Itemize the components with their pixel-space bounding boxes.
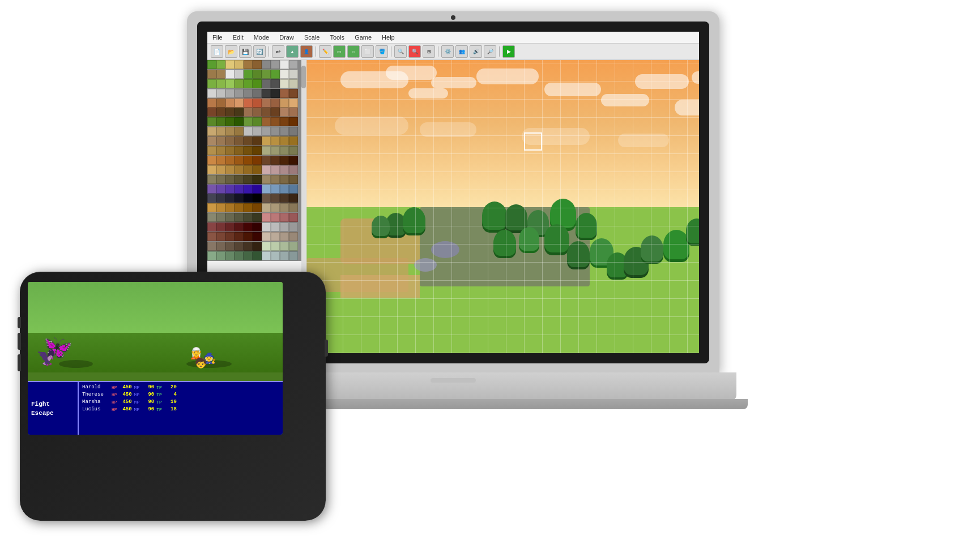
char-name-lucius: Lucius	[82, 406, 109, 412]
shadow-enemy	[59, 360, 93, 368]
battle-stats: Harold HP 450 MP 90 TP 20 Therese HP 450…	[79, 382, 283, 435]
toolbar-search[interactable]: 🔎	[484, 45, 496, 58]
toolbar-save[interactable]: 💾	[239, 45, 252, 58]
toolbar-undo[interactable]: ↩	[272, 45, 284, 58]
menu-scale[interactable]: Scale	[302, 33, 322, 41]
game-background: 🦋 🦅 🧝 🧙 🧒	[28, 282, 283, 372]
toolbar-refresh[interactable]: 🔄	[253, 45, 266, 58]
hp-value-marsha: 450	[120, 399, 132, 405]
map-cursor	[524, 132, 542, 151]
toolbar-circle[interactable]: ○	[347, 45, 360, 58]
hp-label-lucius: HP	[112, 407, 117, 412]
toolbar-zoom-out[interactable]: 🔍	[408, 45, 421, 58]
mp-label-therese: MP	[134, 392, 140, 397]
palette-scrollbar[interactable]	[301, 60, 306, 303]
toolbar-sep-3	[391, 46, 391, 57]
char-name-harold: Harold	[82, 384, 109, 390]
toolbar-sep-4	[438, 46, 438, 57]
toolbar-fill[interactable]: 🪣	[376, 45, 388, 58]
battle-menu-fight[interactable]: Fight	[31, 401, 74, 408]
toolbar-mountain[interactable]: ▲	[286, 45, 299, 58]
toolbar-sound[interactable]: 🔊	[470, 45, 482, 58]
toolbar-open[interactable]: 📂	[225, 45, 237, 58]
tp-label-harold: TP	[156, 385, 162, 390]
toolbar-settings[interactable]: ⚙️	[441, 45, 454, 58]
map-canvas[interactable]	[306, 60, 699, 353]
tile-palette	[207, 60, 306, 303]
menu-mode[interactable]: Mode	[252, 33, 271, 41]
toolbar-rect[interactable]: ▭	[333, 45, 346, 58]
mp-value-lucius: 90	[142, 406, 154, 412]
stat-row-marsha: Marsha HP 450 MP 90 TP 19	[82, 399, 279, 405]
menu-file[interactable]: File	[211, 33, 224, 41]
menu-edit[interactable]: Edit	[231, 33, 245, 41]
menu-draw[interactable]: Draw	[278, 33, 296, 41]
stat-row-lucius: Lucius HP 450 MP 90 TP 18	[82, 406, 279, 412]
hp-value-therese: 450	[120, 392, 132, 397]
tp-value-marsha: 19	[164, 399, 177, 405]
mp-value-marsha: 90	[142, 399, 154, 405]
tp-value-harold: 20	[164, 384, 177, 390]
tp-value-lucius: 18	[164, 406, 177, 412]
toolbar-character[interactable]: 👥	[455, 45, 468, 58]
phone-button-power[interactable]	[18, 317, 21, 328]
hp-value-harold: 450	[120, 384, 132, 390]
phone: 🦋 🦅 🧝 🧙 🧒 Fight Escape Harold HP	[20, 272, 326, 521]
laptop-camera	[451, 15, 455, 20]
hp-label-marsha: HP	[112, 400, 117, 405]
menu-game[interactable]: Game	[353, 33, 373, 41]
enemy-sprite-2: 🦅	[36, 348, 56, 367]
mp-label-lucius: MP	[134, 407, 140, 412]
tp-label-therese: TP	[156, 392, 162, 397]
char-marsha: 🧒	[195, 357, 207, 369]
mp-value-therese: 90	[142, 392, 154, 397]
battle-menu: Fight Escape	[28, 382, 79, 435]
toolbar-sep-1	[269, 46, 269, 57]
char-name-marsha: Marsha	[82, 399, 109, 405]
char-name-therese: Therese	[82, 392, 109, 397]
tp-label-marsha: TP	[156, 400, 162, 405]
hp-label-harold: HP	[112, 385, 117, 390]
menu-tools[interactable]: Tools	[328, 33, 346, 41]
mp-value-harold: 90	[142, 384, 154, 390]
mp-label-marsha: MP	[134, 400, 140, 405]
tp-value-therese: 4	[164, 392, 177, 397]
toolbar-pencil[interactable]: ✏️	[319, 45, 331, 58]
battle-menu-escape[interactable]: Escape	[31, 410, 74, 417]
toolbar-person[interactable]: 👤	[300, 45, 313, 58]
tp-label-lucius: TP	[156, 407, 162, 412]
toolbar-sep-5	[499, 46, 500, 57]
toolbar-zoom-fit[interactable]: ⊞	[423, 45, 435, 58]
hp-label-therese: HP	[112, 392, 117, 397]
toolbar-sep-2	[316, 46, 316, 57]
mp-label-harold: MP	[134, 385, 140, 390]
toolbar-play[interactable]: ▶	[502, 45, 515, 58]
menu-bar: File Edit Mode Draw Scale Tools Game Hel…	[207, 32, 699, 44]
menu-help[interactable]: Help	[380, 33, 397, 41]
hp-value-lucius: 450	[120, 406, 132, 412]
toolbar-zoom-in[interactable]: 🔍	[394, 45, 407, 58]
toolbar-new[interactable]: 📄	[211, 45, 223, 58]
phone-button-vol-up[interactable]	[18, 333, 21, 350]
map-grid	[306, 60, 699, 353]
toolbar: 📄 📂 💾 🔄 ↩ ▲ 👤 ✏️ ▭ ○ ⬜ 🪣 🔍 🔍	[207, 44, 699, 60]
phone-button-right[interactable]	[325, 340, 328, 357]
phone-screen: 🦋 🦅 🧝 🧙 🧒 Fight Escape Harold HP	[28, 282, 283, 435]
toolbar-eraser[interactable]: ⬜	[361, 45, 374, 58]
phone-body: 🦋 🦅 🧝 🧙 🧒 Fight Escape Harold HP	[20, 272, 326, 521]
phone-button-vol-down[interactable]	[18, 354, 21, 371]
stat-row-therese: Therese HP 450 MP 90 TP 4	[82, 392, 279, 397]
battle-ui: Fight Escape Harold HP 450 MP 90 TP 20	[28, 381, 283, 435]
stat-row-harold: Harold HP 450 MP 90 TP 20	[82, 384, 279, 390]
